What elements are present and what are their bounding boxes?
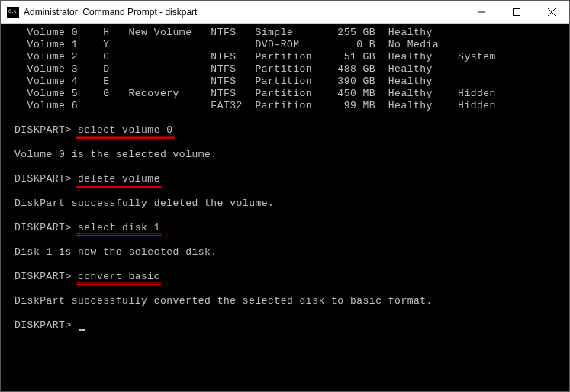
close-button[interactable] <box>534 1 569 23</box>
svg-rect-1 <box>514 8 520 15</box>
cmd-window: Administrator: Command Prompt - diskpart… <box>0 0 570 392</box>
cmd-icon <box>7 7 19 18</box>
prompt-line: DISKPART> select disk 1 <box>14 222 569 234</box>
volume-row: Volume 0 H New Volume NTFS Simple 255 GB… <box>14 27 569 39</box>
response-line: Disk 1 is now the selected disk. <box>14 246 569 259</box>
volume-row: Volume 6 FAT32 Partition 99 MB Healthy H… <box>14 100 569 112</box>
response-line: DiskPart successfully converted the sele… <box>14 295 569 307</box>
prompt-line: DISKPART> convert basic <box>14 271 569 283</box>
volume-row: Volume 3 D NTFS Partition 488 GB Healthy <box>14 63 569 76</box>
prompt-line: DISKPART> select volume 0 <box>14 124 569 137</box>
command-text: convert basic <box>78 271 160 283</box>
response-line: Volume 0 is the selected volume. <box>14 149 569 161</box>
minimize-button[interactable] <box>464 1 499 23</box>
window-controls <box>464 1 569 23</box>
window-title: Administrator: Command Prompt - diskpart <box>24 7 464 18</box>
command-text: delete volume <box>78 173 160 185</box>
command-text: select disk 1 <box>78 222 160 234</box>
prompt-line: DISKPART> delete volume <box>14 173 569 185</box>
command-text: select volume 0 <box>78 124 173 137</box>
volume-row: Volume 2 C NTFS Partition 51 GB Healthy … <box>14 51 569 63</box>
titlebar[interactable]: Administrator: Command Prompt - diskpart <box>1 1 569 24</box>
volume-row: Volume 4 E NTFS Partition 390 GB Healthy <box>14 76 569 88</box>
volume-row: Volume 1 Y DVD-ROM 0 B No Media <box>14 39 569 51</box>
maximize-button[interactable] <box>499 1 534 23</box>
terminal-output[interactable]: Volume 0 H New Volume NTFS Simple 255 GB… <box>1 24 569 391</box>
volume-row: Volume 5 G Recovery NTFS Partition 450 M… <box>14 88 569 100</box>
active-prompt[interactable]: DISKPART> <box>14 320 569 332</box>
cursor <box>79 329 85 331</box>
response-line: DiskPart successfully deleted the volume… <box>14 198 569 210</box>
